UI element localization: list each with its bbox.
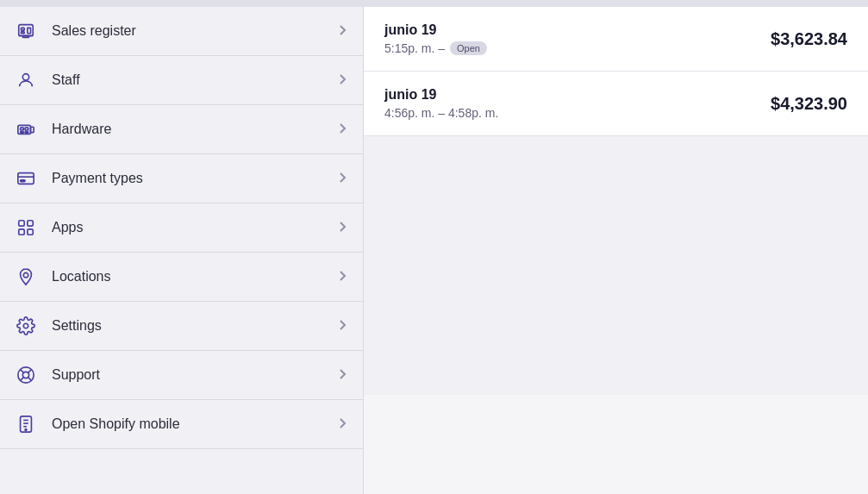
chevron-right-icon: [335, 23, 349, 40]
svg-rect-19: [28, 229, 33, 234]
svg-rect-12: [31, 127, 34, 132]
session-time-row-2: 4:56p. m. – 4:58p. m.: [384, 106, 498, 120]
sidebar-item-settings[interactable]: Settings: [0, 302, 363, 351]
session-date-1: junio 19: [384, 22, 487, 38]
content-empty: [364, 136, 868, 395]
svg-line-26: [28, 370, 32, 373]
locations-icon: [14, 265, 38, 289]
top-bar: [0, 0, 868, 7]
sidebar-item-support-label: Support: [52, 367, 335, 383]
sales-register-icon: [14, 19, 38, 43]
chevron-right-icon: [335, 171, 349, 187]
chevron-right-icon: [335, 367, 349, 384]
session-time-1: 5:15p. m. –: [384, 41, 445, 55]
svg-rect-9: [25, 128, 28, 130]
sidebar-item-apps-label: Apps: [52, 220, 335, 235]
svg-point-23: [22, 372, 28, 378]
sidebar-item-payment-types-label: Payment types: [52, 171, 335, 186]
sidebar-item-settings-label: Settings: [52, 318, 335, 334]
svg-point-20: [23, 272, 28, 278]
svg-line-25: [28, 378, 32, 381]
svg-rect-28: [21, 416, 32, 432]
staff-icon: [14, 68, 38, 92]
main-layout: Sales register Staff: [0, 7, 868, 494]
sidebar-item-open-shopify-mobile[interactable]: Open Shopify mobile: [0, 400, 363, 449]
svg-rect-16: [19, 221, 24, 226]
svg-rect-10: [21, 132, 24, 133]
session-time-row-1: 5:15p. m. – Open: [384, 41, 487, 55]
sidebar-item-hardware[interactable]: Hardware: [0, 105, 363, 154]
content-area: junio 19 5:15p. m. – Open $3,623.84 juni…: [364, 7, 868, 494]
session-amount-1: $3,623.84: [771, 29, 847, 49]
sidebar-item-sales-register-label: Sales register: [52, 23, 335, 39]
sidebar-item-support[interactable]: Support: [0, 351, 363, 400]
session-time-2: 4:56p. m. – 4:58p. m.: [384, 106, 498, 120]
sidebar: Sales register Staff: [0, 7, 364, 494]
settings-icon: [14, 314, 38, 338]
chevron-right-icon: [335, 416, 349, 433]
sidebar-item-locations[interactable]: Locations: [0, 253, 363, 302]
session-card-2[interactable]: junio 19 4:56p. m. – 4:58p. m. $4,323.90: [364, 72, 868, 136]
sidebar-item-staff[interactable]: Staff: [0, 56, 363, 105]
svg-rect-8: [21, 128, 24, 130]
apps-icon: [14, 216, 38, 240]
payment-types-icon: [14, 166, 38, 191]
chevron-right-icon: [335, 269, 349, 285]
svg-rect-5: [22, 36, 28, 38]
session-amount-2: $4,323.90: [771, 94, 847, 114]
svg-rect-3: [28, 28, 31, 33]
sidebar-item-apps[interactable]: Apps: [0, 203, 363, 253]
chevron-right-icon: [335, 72, 349, 89]
sidebar-item-sales-register[interactable]: Sales register: [0, 7, 363, 56]
chevron-right-icon: [335, 122, 349, 138]
sidebar-item-staff-label: Staff: [52, 72, 335, 88]
session-status-badge-1: Open: [450, 41, 487, 55]
open-shopify-mobile-icon: [14, 412, 38, 436]
svg-line-27: [21, 378, 24, 381]
session-info-1: junio 19 5:15p. m. – Open: [384, 22, 487, 55]
sidebar-item-hardware-label: Hardware: [52, 122, 335, 137]
svg-rect-17: [28, 221, 33, 226]
support-icon: [14, 363, 38, 387]
svg-rect-1: [22, 28, 25, 30]
svg-rect-11: [25, 132, 28, 133]
svg-rect-15: [21, 180, 25, 182]
hardware-icon: [14, 117, 38, 141]
svg-rect-13: [18, 173, 34, 184]
svg-line-24: [21, 370, 24, 373]
svg-point-6: [22, 74, 28, 80]
svg-point-21: [23, 323, 28, 328]
svg-rect-18: [19, 229, 24, 234]
svg-point-32: [25, 429, 27, 431]
sidebar-item-payment-types[interactable]: Payment types: [0, 154, 363, 203]
session-info-2: junio 19 4:56p. m. – 4:58p. m.: [384, 87, 498, 120]
session-date-2: junio 19: [384, 87, 498, 103]
chevron-right-icon: [335, 318, 349, 335]
sidebar-item-locations-label: Locations: [52, 269, 335, 285]
session-card-1[interactable]: junio 19 5:15p. m. – Open $3,623.84: [364, 7, 868, 72]
svg-rect-2: [22, 32, 25, 34]
chevron-right-icon: [335, 220, 349, 236]
sidebar-item-open-shopify-mobile-label: Open Shopify mobile: [52, 416, 335, 432]
